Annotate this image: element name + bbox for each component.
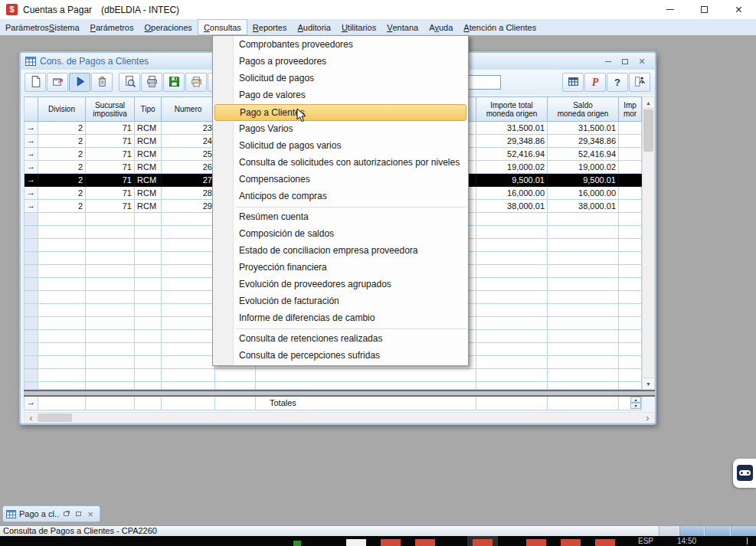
language-indicator[interactable]: ESP <box>638 537 653 545</box>
menu-item-solicitud-de-pagos[interactable]: Solicitud de pagos <box>213 70 468 87</box>
menu-item-consulta-de-retenciones-realizadas[interactable]: Consulta de retenciones realizadas <box>213 331 468 348</box>
scroll-up-icon[interactable]: ▲ <box>643 97 654 109</box>
scroll-down-icon[interactable]: ▼ <box>643 378 654 389</box>
menu-item-consulta-de-solicitudes-con-autorizaciones-por-niveles[interactable]: Consulta de solicitudes con autorizacion… <box>213 155 468 172</box>
column-header-numero[interactable]: Numero <box>162 97 215 122</box>
cell <box>86 239 135 252</box>
new-document-button[interactable] <box>25 73 46 92</box>
empty-row[interactable] <box>25 369 642 382</box>
menu-item-pago-de-valores[interactable]: Pago de valores <box>213 87 468 104</box>
menubar-item-operaciones[interactable]: Operaciones <box>139 19 197 35</box>
column-header-importe-total-moneda-origen[interactable]: Importe totalmoneda origen <box>476 97 548 122</box>
menu-item-informe-de-diferencias-de-cambio[interactable]: Informe de diferencias de cambio <box>213 310 468 327</box>
menu-separator <box>236 329 466 329</box>
menu-item-compensaciones[interactable]: Compensaciones <box>213 172 468 188</box>
run-button[interactable] <box>69 73 90 92</box>
menubar-item-reportes[interactable]: Reportes <box>247 19 293 35</box>
menu-item-composicion-de-saldos[interactable]: Composición de saldos <box>213 226 468 243</box>
app-icon: $ <box>6 4 18 15</box>
menu-item-pagos-a-proveedores[interactable]: Pagos a proveedores <box>213 54 468 70</box>
scroll-left-icon[interactable]: ‹ <box>25 413 38 423</box>
menubar-item-ventana[interactable]: Ventana <box>381 19 424 35</box>
menubar-item-auditoria[interactable]: Auditoria <box>292 19 335 35</box>
cell: 71 <box>86 174 135 187</box>
menubar-item-atencion-a-clientes[interactable]: Atención a Clientes <box>458 19 542 35</box>
scroll-right-icon[interactable]: › <box>641 413 654 423</box>
child-maximize-button[interactable] <box>617 55 633 67</box>
menu-item-comprobantes-proveedores[interactable]: Comprobantes proveedores <box>213 37 468 54</box>
taskbar-app-icon[interactable] <box>381 539 401 546</box>
exit-button[interactable] <box>629 73 650 92</box>
cell <box>162 278 215 291</box>
window-subtitle: (dbELDIA - INTEC) <box>101 5 179 15</box>
totals-spinner[interactable]: ▴▾ <box>630 397 641 409</box>
menu-item-consulta-de-percepciones-sufridas[interactable]: Consulta de percepciones sufridas <box>213 348 468 365</box>
cell <box>548 213 619 226</box>
cell <box>25 369 38 382</box>
taskbar-app-icon[interactable] <box>415 539 435 546</box>
close-button[interactable] <box>722 0 756 19</box>
menubar-item-utilitarios[interactable]: Utilitarios <box>336 19 381 35</box>
close-button[interactable] <box>84 508 97 519</box>
grid-window-icon <box>6 510 16 518</box>
child-minimize-button[interactable] <box>600 55 617 67</box>
child-close-button[interactable] <box>633 55 650 67</box>
menu-item-proyeccion-financiera[interactable]: Proyección financiera <box>213 260 468 276</box>
grid-splitter[interactable] <box>24 390 655 397</box>
cell <box>619 265 642 278</box>
menubar-item-ayuda[interactable]: Ayuda <box>424 19 458 35</box>
maximize-button[interactable] <box>687 0 722 19</box>
cell <box>548 304 619 317</box>
menu-item-solicitud-de-pagos-varios[interactable]: Solicitud de pagos varios <box>213 138 468 155</box>
menu-item-estado-de-conciliacion-empresa-proveedora[interactable]: Estado de conciliacion empresa proveedor… <box>213 243 468 260</box>
cell: → <box>25 187 38 200</box>
cell <box>476 291 548 304</box>
cell: 29,348.86 <box>548 135 619 148</box>
menubar-item-parametros-sistema[interactable]: Parámetros Sistema <box>0 19 85 35</box>
minimize-button[interactable] <box>653 0 687 19</box>
fax-button[interactable] <box>185 73 207 92</box>
menu-item-pagos-varios[interactable]: Pagos Varios <box>213 121 468 138</box>
cell <box>619 291 642 304</box>
taskbar-app-icon[interactable] <box>526 539 546 546</box>
scrollbar-thumb[interactable] <box>38 414 72 422</box>
vertical-scrollbar[interactable]: ▲ ▼ <box>642 96 655 390</box>
menu-item-evolucion-de-proveedores-agrupados[interactable]: Evolución de proveedores agrupados <box>213 276 468 293</box>
column-header-division[interactable]: Division <box>38 97 86 122</box>
show-desktop-divider <box>747 538 748 544</box>
column-header-sucursal-impositiva[interactable]: Sucursalimpositiva <box>86 97 135 122</box>
cell: → <box>25 122 38 135</box>
delete-button[interactable] <box>91 73 113 92</box>
cell <box>135 239 162 252</box>
filter-button[interactable]: P <box>584 73 606 92</box>
menu-item-evolucion-de-facturacion[interactable]: Evolución de facturación <box>213 293 468 310</box>
menubar-item-consultas[interactable]: Consultas <box>198 19 247 35</box>
column-header-imp-mor[interactable]: Impmor <box>619 97 642 122</box>
menu-item-resumen-cuenta[interactable]: Resúmen cuenta <box>213 209 468 226</box>
column-header-saldo-moneda-origen[interactable]: Saldomoneda origen <box>548 97 619 122</box>
column-header-tipo[interactable]: Tipo <box>135 97 162 122</box>
taskbar-app-icon[interactable] <box>595 539 615 546</box>
properties-button[interactable] <box>47 73 68 92</box>
taskbar-app-icon[interactable] <box>346 539 366 546</box>
scrollbar-thumb[interactable] <box>643 110 653 152</box>
maximize-button[interactable] <box>72 508 84 519</box>
minimized-window[interactable]: Pago a cl... <box>2 505 100 522</box>
save-button[interactable] <box>163 73 185 92</box>
empty-row[interactable] <box>25 382 642 390</box>
teamviewer-panel-tab[interactable] <box>733 459 756 488</box>
help-button[interactable]: ? <box>607 73 628 92</box>
horizontal-scrollbar[interactable]: ‹ › <box>24 412 655 423</box>
taskbar-app-icon[interactable] <box>473 539 493 546</box>
menu-item-anticipos-de-compras[interactable]: Anticipos de compras <box>213 188 468 205</box>
table-button[interactable] <box>562 73 584 92</box>
print-button[interactable] <box>141 73 162 92</box>
clock[interactable]: 14:50 <box>677 537 696 545</box>
print-preview-button[interactable] <box>119 73 140 92</box>
menu-item-pago-a-clientes[interactable]: Pago a Clientes <box>214 104 466 121</box>
menubar-item-parametros[interactable]: Parámetros <box>85 19 139 35</box>
restore-button[interactable] <box>60 508 72 519</box>
taskbar-app-icon[interactable] <box>293 541 301 546</box>
cell: 9,500.01 <box>476 174 548 187</box>
taskbar-app-icon[interactable] <box>561 539 581 546</box>
